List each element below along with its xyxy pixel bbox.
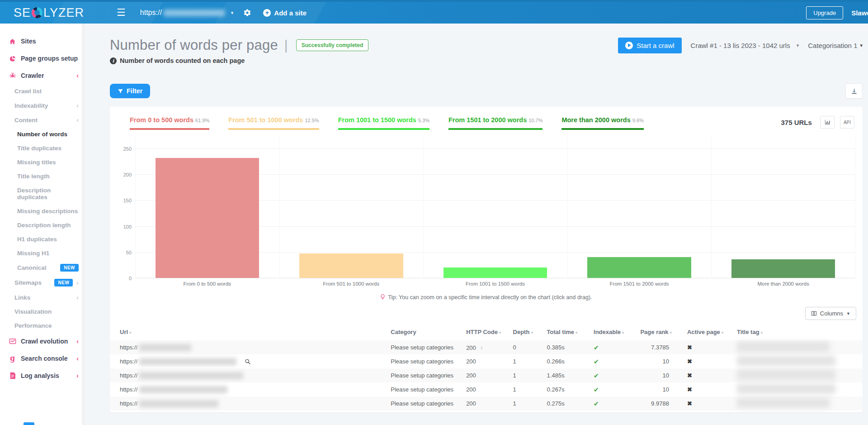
- upgrade-button[interactable]: Upgrade: [806, 6, 843, 19]
- sort-caret-icon[interactable]: ▾: [129, 330, 132, 335]
- sidebar-item-visualization[interactable]: Visualization: [0, 305, 85, 319]
- x-axis-label: More than 2000 words: [711, 281, 855, 287]
- chart-band: [423, 137, 567, 278]
- start-crawl-button[interactable]: Start a crawl: [618, 38, 681, 53]
- legend-tab-0[interactable]: From 0 to 500 words61.9%: [130, 116, 209, 130]
- search-icon[interactable]: [245, 358, 251, 365]
- sort-caret-icon[interactable]: ▾: [576, 330, 578, 335]
- sidebar-item-title-duplicates[interactable]: Title duplicates: [0, 141, 85, 155]
- sidebar-item-label: Content: [14, 117, 38, 124]
- chevron-left-icon[interactable]: ‹: [76, 72, 79, 79]
- column-header-depth[interactable]: Depth▾: [511, 325, 545, 340]
- chevron-left-icon[interactable]: ‹: [76, 355, 79, 362]
- chevron-left-icon[interactable]: ‹: [76, 279, 79, 287]
- page-title: Number of words per page: [110, 37, 278, 53]
- sidebar-item-log-analysis[interactable]: Log analysis‹: [0, 367, 85, 384]
- sidebar-item-label: Missing H1: [17, 250, 49, 257]
- chart-view-button[interactable]: [820, 116, 835, 129]
- sidebar-item-crawl-evolution[interactable]: Crawl evolution‹: [0, 333, 85, 350]
- sort-caret-icon[interactable]: ▾: [722, 330, 724, 335]
- site-selector[interactable]: https:// ▾: [140, 9, 234, 17]
- main-content: Number of words per page | Successfully …: [85, 24, 868, 425]
- chevron-left-icon[interactable]: ‹: [76, 116, 79, 124]
- legend-tab-3[interactable]: From 1501 to 2000 words10.7%: [448, 116, 542, 130]
- partial-element: [24, 422, 34, 425]
- bar-4[interactable]: [731, 259, 835, 278]
- chevron-left-icon[interactable]: ‹: [76, 372, 79, 379]
- download-button[interactable]: [845, 83, 863, 99]
- columns-button[interactable]: Columns ▼: [805, 307, 856, 320]
- sidebar-item-label: Log analysis: [21, 372, 59, 379]
- crawl-selector[interactable]: Crawl #1 - 13 lis 2023 - 1042 urls ▾: [691, 42, 799, 49]
- column-header-total-time[interactable]: Total time▾: [545, 325, 592, 340]
- column-header-http-code[interactable]: HTTP Code▾: [464, 325, 511, 340]
- legend-percent: 10.7%: [528, 118, 542, 123]
- sidebar-item-indexability[interactable]: Indexability‹: [0, 98, 85, 113]
- bar-0[interactable]: [156, 158, 259, 278]
- column-header-indexable[interactable]: Indexable▾: [592, 325, 638, 340]
- sort-caret-icon[interactable]: ▾: [761, 330, 763, 335]
- legend-tab-4[interactable]: More than 2000 words9.6%: [561, 116, 643, 130]
- sidebar-item-description-length[interactable]: Description length: [0, 218, 85, 232]
- username[interactable]: Slawek: [851, 9, 868, 17]
- column-header-url[interactable]: Url▾: [110, 325, 389, 340]
- sidebar-item-performance[interactable]: Performance: [0, 319, 85, 333]
- sort-caret-icon[interactable]: ▾: [622, 330, 624, 335]
- sidebar-item-canonical[interactable]: CanonicalNEW: [0, 260, 85, 275]
- sidebar-item-missing-descriptions[interactable]: Missing descriptions: [0, 204, 85, 218]
- app-logo[interactable]: SE LYZER: [14, 6, 84, 20]
- url-link[interactable]: https://: [120, 400, 387, 407]
- chevron-left-icon[interactable]: ‹: [76, 338, 79, 345]
- column-header-active-page[interactable]: Active page▾: [685, 325, 735, 340]
- depth-cell: 1: [511, 396, 545, 411]
- y-axis-tick: 100: [123, 224, 132, 229]
- sidebar-item-page-groups-setup[interactable]: Page groups setup: [0, 50, 85, 67]
- crawl-selector-value: Crawl #1 - 13 lis 2023 - 1042 urls: [691, 42, 790, 49]
- sidebar-item-missing-titles[interactable]: Missing titles: [0, 155, 85, 169]
- chevron-down-icon[interactable]: ▾: [231, 10, 234, 16]
- url-link[interactable]: https://: [120, 386, 387, 393]
- sidebar-item-h1-duplicates[interactable]: H1 duplicates: [0, 232, 85, 246]
- bar-1[interactable]: [299, 253, 403, 278]
- url-link[interactable]: https://: [120, 372, 387, 379]
- sidebar-item-search-console[interactable]: gSearch console‹: [0, 350, 85, 367]
- sort-caret-icon[interactable]: ▾: [499, 330, 501, 335]
- sidebar-item-sitemaps[interactable]: SitemapsNEW‹: [0, 275, 85, 290]
- url-link[interactable]: https://: [120, 358, 387, 365]
- expand-icon[interactable]: ›: [481, 344, 483, 351]
- bar-3[interactable]: [587, 257, 691, 278]
- logo-text-post: LYZER: [43, 6, 84, 20]
- menu-icon[interactable]: ☰: [117, 8, 126, 18]
- sidebar-item-missing-h1[interactable]: Missing H1: [0, 246, 85, 260]
- gear-icon[interactable]: [243, 9, 251, 17]
- sidebar-item-label: H1 duplicates: [17, 236, 57, 243]
- spider-icon: [9, 72, 16, 79]
- sidebar-item-title-length[interactable]: Title length: [0, 169, 85, 183]
- url-link[interactable]: https://: [120, 344, 387, 351]
- legend-tab-2[interactable]: From 1001 to 1500 words5.3%: [338, 116, 429, 130]
- sidebar-item-sites[interactable]: Sites: [0, 33, 85, 50]
- sidebar-item-content[interactable]: Content‹: [0, 113, 85, 127]
- bar-2[interactable]: [443, 267, 547, 278]
- chevron-left-icon[interactable]: ‹: [76, 102, 79, 109]
- sidebar-item-crawler[interactable]: Crawler‹: [0, 67, 85, 84]
- sidebar-item-description-duplicates[interactable]: Description duplicates: [0, 183, 85, 204]
- categorisation-selector[interactable]: Categorisation 1 ▾: [808, 42, 863, 49]
- title-separator: |: [284, 38, 288, 53]
- sidebar-item-links[interactable]: Links‹: [0, 290, 85, 305]
- url-redacted: [139, 358, 236, 365]
- sort-caret-icon[interactable]: ▾: [670, 330, 672, 335]
- filter-button[interactable]: Filter: [110, 84, 150, 98]
- column-header-page-rank[interactable]: Page rank▾: [638, 325, 685, 340]
- column-header-title-tag[interactable]: Title tag▾: [735, 325, 863, 340]
- sidebar-item-number-of-words[interactable]: Number of words: [0, 127, 85, 141]
- sort-caret-icon[interactable]: ▾: [531, 330, 533, 335]
- add-site-button[interactable]: + Add a site: [263, 9, 307, 17]
- sidebar-item-crawl-list[interactable]: Crawl list: [0, 84, 85, 98]
- check-icon: ✔: [594, 400, 599, 407]
- x-icon: ✖: [687, 400, 692, 407]
- legend-tab-1[interactable]: From 501 to 1000 words12.5%: [228, 116, 319, 130]
- api-button[interactable]: API: [840, 116, 854, 129]
- chevron-left-icon[interactable]: ‹: [76, 294, 79, 301]
- pie-icon: [9, 55, 16, 62]
